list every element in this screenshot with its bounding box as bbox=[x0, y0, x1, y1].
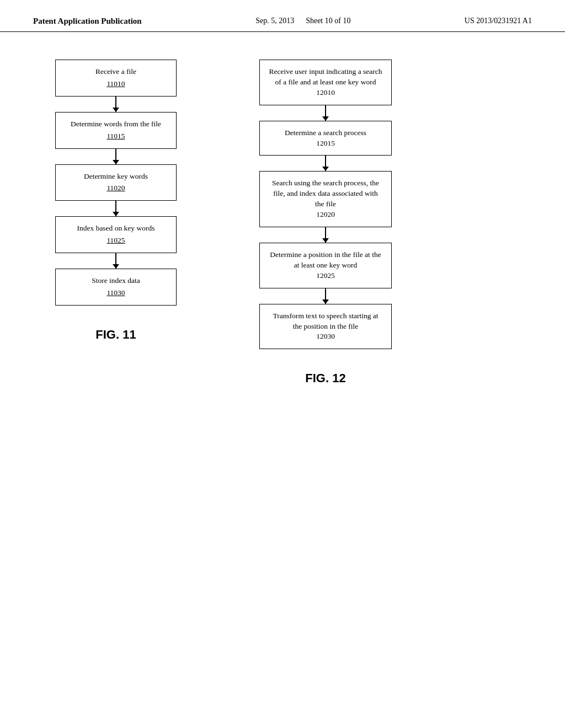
fig11-box-11025: Index based on key words 11025 bbox=[55, 216, 177, 253]
fig12-box-12015: Determine a search process 12015 bbox=[259, 121, 392, 156]
fig12-arrow-2 bbox=[325, 156, 326, 171]
fig12-arrow-3 bbox=[325, 227, 326, 243]
fig12-box-12025-ref: 12025 bbox=[316, 271, 335, 281]
page-header: Patent Application Publication Sep. 5, 2… bbox=[0, 0, 565, 32]
fig11-box-11030-ref: 11030 bbox=[106, 288, 125, 298]
fig12-box-12030-ref: 12030 bbox=[316, 331, 335, 342]
header-center: Sep. 5, 2013 Sheet 10 of 10 bbox=[255, 17, 350, 25]
fig11-box-11020-ref: 11020 bbox=[106, 183, 125, 194]
fig11-box-11010-text: Receive a file bbox=[95, 67, 136, 77]
patent-number: US 2013/0231921 A1 bbox=[465, 17, 532, 25]
fig11-flowchart: Receive a file 11010 Determine words fro… bbox=[33, 60, 199, 306]
fig12-label: FIG. 12 bbox=[305, 371, 345, 386]
fig11-box-11030: Store index data 11030 bbox=[55, 269, 177, 306]
fig12-box-12025-text: Determine a position in the file at the … bbox=[269, 250, 382, 271]
fig11-box-11010-ref: 11010 bbox=[106, 79, 125, 89]
fig12-box-12020: Search using the search process, the fil… bbox=[259, 171, 392, 227]
fig12-flowchart: Receive user input indicating a search o… bbox=[232, 60, 419, 349]
fig12-box-12015-ref: 12015 bbox=[316, 138, 335, 149]
fig11-arrow-1 bbox=[115, 97, 116, 112]
fig12-box-12010: Receive user input indicating a search o… bbox=[259, 60, 392, 105]
fig12-box-12010-text: Receive user input indicating a search o… bbox=[269, 67, 382, 88]
fig12-box-12030-text: Transform text to speech starting at the… bbox=[269, 311, 382, 332]
publication-date: Sep. 5, 2013 bbox=[255, 17, 294, 25]
fig11-arrow-3 bbox=[115, 201, 116, 216]
publication-label: Patent Application Publication bbox=[33, 17, 142, 26]
fig11-box-11015-text: Determine words from the file bbox=[71, 119, 161, 130]
fig11-box-11030-text: Store index data bbox=[92, 276, 140, 286]
fig11-label: FIG. 11 bbox=[95, 328, 136, 342]
fig11-box-11025-text: Index based on key words bbox=[77, 223, 155, 234]
fig12-box-12025: Determine a position in the file at the … bbox=[259, 243, 392, 288]
fig11-box-11025-ref: 11025 bbox=[106, 235, 125, 246]
fig12-arrow-4 bbox=[325, 288, 326, 304]
fig11-box-11020: Determine key words 11020 bbox=[55, 164, 177, 201]
fig11-box-11010: Receive a file 11010 bbox=[55, 60, 177, 97]
fig12-box-12030: Transform text to speech starting at the… bbox=[259, 304, 392, 350]
sheet-info: Sheet 10 of 10 bbox=[306, 17, 350, 25]
fig12-diagram: Receive user input indicating a search o… bbox=[232, 60, 419, 386]
fig11-box-11020-text: Determine key words bbox=[84, 172, 148, 182]
fig11-arrow-4 bbox=[115, 253, 116, 269]
fig11-box-11015-ref: 11015 bbox=[106, 131, 125, 142]
fig12-arrow-1 bbox=[325, 105, 326, 121]
fig12-box-12020-text: Search using the search process, the fil… bbox=[269, 178, 382, 210]
fig12-box-12015-text: Determine a search process bbox=[285, 128, 366, 138]
fig11-arrow-2 bbox=[115, 149, 116, 164]
fig12-box-12010-ref: 12010 bbox=[316, 88, 335, 98]
fig12-box-12020-ref: 12020 bbox=[316, 210, 335, 220]
fig11-box-11015: Determine words from the file 11015 bbox=[55, 112, 177, 149]
diagrams-row: Receive a file 11010 Determine words fro… bbox=[0, 32, 565, 386]
fig11-diagram: Receive a file 11010 Determine words fro… bbox=[33, 60, 199, 342]
